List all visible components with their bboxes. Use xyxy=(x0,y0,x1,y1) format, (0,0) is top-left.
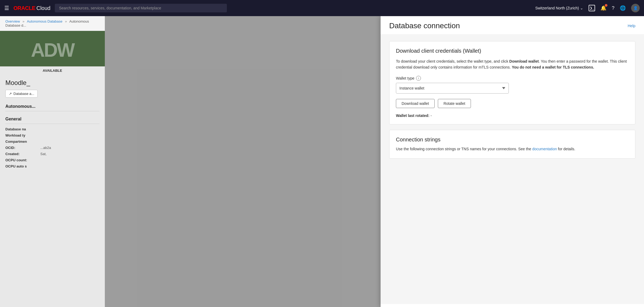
wallet-last-rotated-label: Wallet last rotated: xyxy=(396,113,430,118)
info-value-ocid: ...ab2a xyxy=(40,146,51,150)
info-value-created: Sat, xyxy=(40,152,46,156)
database-actions-button[interactable]: ↗ Database a... xyxy=(5,90,38,98)
info-label-created: Created: xyxy=(5,152,40,156)
wallet-last-rotated-dash: - xyxy=(431,113,432,118)
drawer-header: Database connection Help xyxy=(381,16,644,35)
wallet-type-label-text: Wallet type xyxy=(396,76,414,80)
search-input[interactable] xyxy=(55,4,227,12)
wallet-desc-bold2: You do not need a wallet for TLS connect… xyxy=(512,65,594,69)
connection-strings-card: Connection strings Use the following con… xyxy=(389,130,635,159)
rotate-wallet-button[interactable]: Rotate wallet xyxy=(438,99,471,108)
drawer-help-link[interactable]: Help xyxy=(628,24,635,28)
topnav-right-controls: Switzerland North (Zurich) ⌄ ❯_ 🔔 ? 🌐 👤 xyxy=(535,4,640,12)
db-icon-card: ADW AVAILABLE xyxy=(0,31,105,75)
cloud-text: Cloud xyxy=(36,5,50,11)
info-row-ocpu-auto: OCPU auto s xyxy=(5,163,99,169)
info-label-workload: Workload ty xyxy=(5,133,40,137)
cloud-shell-button[interactable]: ❯_ xyxy=(589,5,595,11)
notification-badge xyxy=(605,4,607,7)
breadcrumb-separator-1: » xyxy=(23,19,24,23)
info-row-ocid: OCID: ...ab2a xyxy=(5,145,99,151)
wallet-desc-part1: To download your client credentials, sel… xyxy=(396,59,509,63)
user-avatar[interactable]: 👤 xyxy=(631,4,640,12)
breadcrumb: Overview » Autonomous Database » Autonom… xyxy=(0,16,105,31)
info-label-ocpu: OCPU count: xyxy=(5,158,40,162)
top-navigation: ☰ ORACLE Cloud Switzerland North (Zurich… xyxy=(0,0,644,16)
database-actions-label: Database a... xyxy=(13,92,34,96)
db-status-badge: AVAILABLE xyxy=(0,66,105,75)
info-row-workload: Workload ty xyxy=(5,132,99,138)
conn-desc-part2: for details. xyxy=(557,147,575,151)
language-button[interactable]: 🌐 xyxy=(620,5,626,11)
db-icon-box: ADW xyxy=(0,31,105,66)
region-label: Switzerland North (Zurich) xyxy=(535,6,579,10)
wallet-card-title: Download client credentials (Wallet) xyxy=(396,48,629,54)
db-title: Moodle_ xyxy=(0,75,105,89)
db-action-bar: ↗ Database a... xyxy=(0,89,105,101)
connection-strings-description: Use the following connection strings or … xyxy=(396,146,629,152)
info-label-compartment: Compartmen xyxy=(5,140,40,144)
general-section-title: General xyxy=(5,113,99,124)
wallet-type-group: Wallet type i Instance wallet Regional w… xyxy=(396,76,629,94)
info-label-ocid: OCID: xyxy=(5,146,40,150)
wallet-description: To download your client credentials, sel… xyxy=(396,58,629,70)
left-panel: Overview » Autonomous Database » Autonom… xyxy=(0,16,105,307)
notifications-button[interactable]: 🔔 xyxy=(600,5,606,11)
wallet-type-select[interactable]: Instance wallet Regional wallet xyxy=(396,83,509,94)
right-panel-overlay: Database connection Help Download client… xyxy=(105,16,644,307)
info-label-ocpu-auto: OCPU auto s xyxy=(5,164,40,168)
terminal-icon: ❯_ xyxy=(590,6,594,10)
connection-strings-title: Connection strings xyxy=(396,137,629,143)
db-icon-letters: ADW xyxy=(31,39,74,61)
region-selector[interactable]: Switzerland North (Zurich) ⌄ xyxy=(535,6,583,10)
wallet-buttons-row: Download wallet Rotate wallet xyxy=(396,99,629,108)
info-row-ocpu: OCPU count: xyxy=(5,157,99,163)
documentation-link[interactable]: documentation xyxy=(532,147,557,151)
wallet-type-info-icon[interactable]: i xyxy=(416,76,421,81)
chevron-down-icon: ⌄ xyxy=(580,6,583,10)
drawer-content: Download client credentials (Wallet) To … xyxy=(381,35,644,304)
wallet-last-rotated-row: Wallet last rotated: - xyxy=(396,113,629,118)
drawer: Database connection Help Download client… xyxy=(381,16,644,307)
main-wrapper: Overview » Autonomous Database » Autonom… xyxy=(0,16,644,307)
drawer-title: Database connection xyxy=(389,22,460,30)
download-wallet-button[interactable]: Download wallet xyxy=(396,99,435,108)
oracle-text: ORACLE xyxy=(13,5,35,11)
info-row-created: Created: Sat, xyxy=(5,151,99,157)
autonomous-section-title: Autonomous... xyxy=(5,101,99,111)
info-row-compartment: Compartmen xyxy=(5,138,99,145)
oracle-logo: ORACLE Cloud xyxy=(13,5,51,11)
hamburger-menu-icon[interactable]: ☰ xyxy=(4,5,9,11)
info-label-dbname: Database na xyxy=(5,127,40,131)
breadcrumb-overview-link[interactable]: Overview xyxy=(5,19,20,23)
external-link-icon: ↗ xyxy=(9,92,12,96)
breadcrumb-autonomous-db-link[interactable]: Autonomous Database xyxy=(27,19,62,23)
info-row-dbname: Database na xyxy=(5,126,99,132)
help-button[interactable]: ? xyxy=(612,5,614,11)
info-section: Autonomous... General Database na Worklo… xyxy=(0,101,105,169)
wallet-type-label-row: Wallet type i xyxy=(396,76,629,81)
breadcrumb-separator-2: » xyxy=(65,19,67,23)
conn-desc-part1: Use the following connection strings or … xyxy=(396,147,532,151)
wallet-desc-bold1: Download wallet xyxy=(509,59,539,63)
wallet-card: Download client credentials (Wallet) To … xyxy=(389,41,635,124)
